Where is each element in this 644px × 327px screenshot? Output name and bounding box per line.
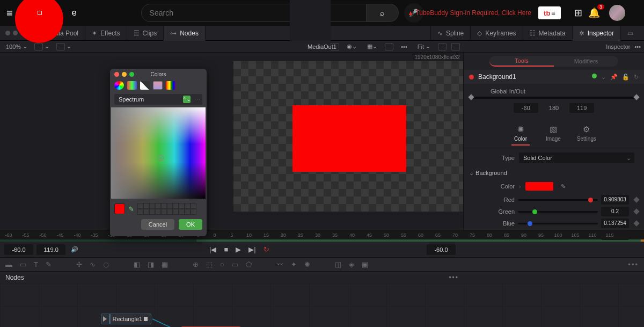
channel-a-icon[interactable] — [34, 43, 43, 50]
current-color-swatch[interactable] — [114, 204, 125, 214]
tool-poly-icon[interactable]: ⬠ — [246, 260, 252, 268]
toolbar-more-icon[interactable]: ••• — [628, 260, 639, 268]
tool-light-icon[interactable]: ✺ — [304, 260, 310, 268]
color-expand-icon[interactable]: › — [519, 183, 521, 190]
speaker-icon[interactable]: 🔊 — [71, 246, 78, 253]
spectrum-area[interactable] — [111, 107, 206, 199]
picker-ok-button[interactable]: OK — [179, 219, 202, 230]
tool-rect-icon[interactable]: ▭ — [232, 260, 238, 268]
user-avatar[interactable] — [609, 5, 625, 21]
loop-icon[interactable]: ↻ — [264, 245, 269, 253]
fit-menu[interactable]: Fit⌄ — [415, 43, 433, 50]
tool-merge-icon[interactable]: ⊕ — [193, 260, 199, 268]
picker-cancel-button[interactable]: Cancel — [141, 219, 174, 230]
green-value[interactable]: 0.2 — [601, 207, 629, 216]
picker-minimize-icon[interactable] — [122, 72, 127, 77]
tab-metadata[interactable]: ☷Metadata — [523, 26, 572, 41]
tool-text-icon[interactable]: T — [34, 260, 38, 268]
frame-opt-icon[interactable] — [385, 43, 393, 50]
timecode-current[interactable]: -60.0 — [427, 244, 456, 255]
red-slider[interactable] — [518, 199, 598, 201]
channel-a2-icon[interactable] — [438, 43, 447, 50]
section-background[interactable]: Background — [464, 166, 644, 180]
search-button[interactable]: ⌕ — [367, 4, 399, 22]
picker-close-icon[interactable] — [114, 72, 119, 77]
inspector-tab-modifiers[interactable]: Modifiers — [554, 56, 618, 67]
global-range-slider[interactable] — [469, 97, 639, 99]
globe-opt-icon[interactable]: ◉⌄ — [344, 43, 360, 50]
enable-dot-icon[interactable] — [592, 74, 597, 78]
tab-spline[interactable]: ∿Spline — [430, 26, 470, 41]
tool-camera-icon[interactable]: ◈ — [349, 260, 354, 268]
tool-curve-icon[interactable]: ∿ — [90, 260, 96, 268]
lock-icon[interactable]: 🔓 — [622, 74, 630, 81]
go-start-icon[interactable]: |◀ — [209, 245, 216, 253]
tab-keyframes[interactable]: ◇Keyframes — [470, 26, 522, 41]
tool-tracker-icon[interactable]: ✢ — [76, 260, 82, 268]
red-value[interactable]: 0.909803 — [601, 195, 629, 205]
picker-wheel-tab[interactable] — [114, 81, 124, 90]
hamburger-icon[interactable]: ≡ — [6, 7, 13, 19]
tool-lut-icon[interactable]: ▦ — [162, 260, 168, 268]
inspector-tab-tools[interactable]: Tools — [489, 56, 554, 67]
green-keyframe-icon[interactable] — [633, 208, 639, 214]
tool-levels-icon[interactable]: ◨ — [148, 260, 154, 268]
go-end-icon[interactable]: ▶| — [248, 245, 255, 253]
blue-value[interactable]: 0.137254 — [601, 219, 629, 228]
stop-icon[interactable]: ■ — [224, 245, 228, 253]
picker-palette-tab[interactable] — [140, 81, 150, 90]
pin-icon[interactable]: 📌 — [610, 74, 618, 81]
notifications-icon[interactable]: 🔔3 — [588, 7, 600, 19]
reset-icon[interactable]: ↻ — [634, 74, 639, 81]
grid-opt-icon[interactable]: ▦⌄ — [364, 43, 380, 50]
global-in-value[interactable]: -60 — [514, 103, 538, 113]
more-opt-icon[interactable]: ••• — [398, 43, 410, 50]
type-select[interactable]: Solid Color — [519, 152, 634, 163]
tool-particle-icon[interactable]: ✦ — [291, 260, 297, 268]
color-swatch[interactable] — [525, 182, 553, 191]
tab-effects[interactable]: ✦Effects — [85, 26, 127, 41]
tool-blur-icon[interactable]: ◌ — [103, 260, 109, 268]
tool-3d-icon[interactable]: ◫ — [335, 260, 341, 268]
tool-paint-icon[interactable]: ▭ — [20, 260, 26, 268]
tubebuddy-badge[interactable]: tb — [538, 6, 561, 19]
swatch-grid[interactable] — [137, 203, 196, 215]
timeline-ruler[interactable]: -60-55-50-45-40-35-30-25-20-15-10-505101… — [0, 230, 644, 239]
picker-eyedropper-icon[interactable]: ✎ — [128, 205, 134, 213]
picker-sliders-tab[interactable] — [127, 81, 137, 90]
inspector-more-icon[interactable]: ••• — [634, 43, 641, 50]
red-keyframe-icon[interactable] — [633, 197, 639, 202]
tool-transform-icon[interactable]: ⬚ — [206, 260, 213, 268]
timecode-in[interactable]: -60.0 — [4, 244, 33, 255]
blue-slider[interactable] — [518, 223, 598, 224]
node-rectangle1[interactable]: Rectangle1 — [101, 314, 151, 324]
tool-color-icon[interactable]: ◧ — [134, 260, 140, 268]
tab-clips[interactable]: ☰Clips — [127, 26, 164, 41]
tool-spline-icon[interactable]: 〰 — [276, 260, 283, 268]
picker-pencils-tab[interactable] — [166, 81, 175, 90]
spectrum-cursor[interactable] — [157, 155, 164, 161]
green-slider[interactable] — [518, 211, 598, 213]
blue-keyframe-icon[interactable] — [633, 220, 639, 226]
right-viewer[interactable]: 1920x1080xfloat32 — [233, 53, 463, 230]
tab-extra-icon[interactable]: ▭ — [620, 26, 640, 41]
picker-zoom-icon[interactable] — [129, 72, 134, 77]
tubebuddy-warning-link[interactable]: TubeBuddy Sign-in Required, Click Here — [407, 9, 531, 17]
node-graph[interactable]: Rectangle1 Background1 MediaOut1 — [0, 284, 644, 327]
tab-nodes[interactable]: ⊶Nodes — [164, 26, 206, 41]
subtab-settings[interactable]: ⚙Settings — [577, 125, 596, 146]
grid-icon[interactable] — [56, 43, 65, 50]
picker-mode-select[interactable]: Spectrum⌃⌄⋯ — [114, 94, 202, 105]
inspector-node-header[interactable]: Background1 ⌄📌🔓↻ — [464, 70, 644, 84]
versions-icon[interactable]: ⌄ — [601, 74, 606, 81]
zoom-level[interactable]: 100%⌄ — [3, 43, 30, 50]
subtab-color[interactable]: ✺Color — [511, 125, 530, 146]
global-out-value[interactable]: 119 — [569, 103, 594, 113]
tool-render-icon[interactable]: ▣ — [362, 260, 368, 268]
tool-background-icon[interactable]: ▬ — [5, 260, 12, 268]
picker-image-tab[interactable] — [153, 81, 163, 90]
play-icon[interactable]: ▶ — [236, 245, 241, 253]
tool-brush-icon[interactable]: ✎ — [46, 260, 52, 268]
nodes-more-icon[interactable]: ••• — [449, 274, 459, 281]
create-icon[interactable]: ⊞ — [574, 7, 582, 19]
